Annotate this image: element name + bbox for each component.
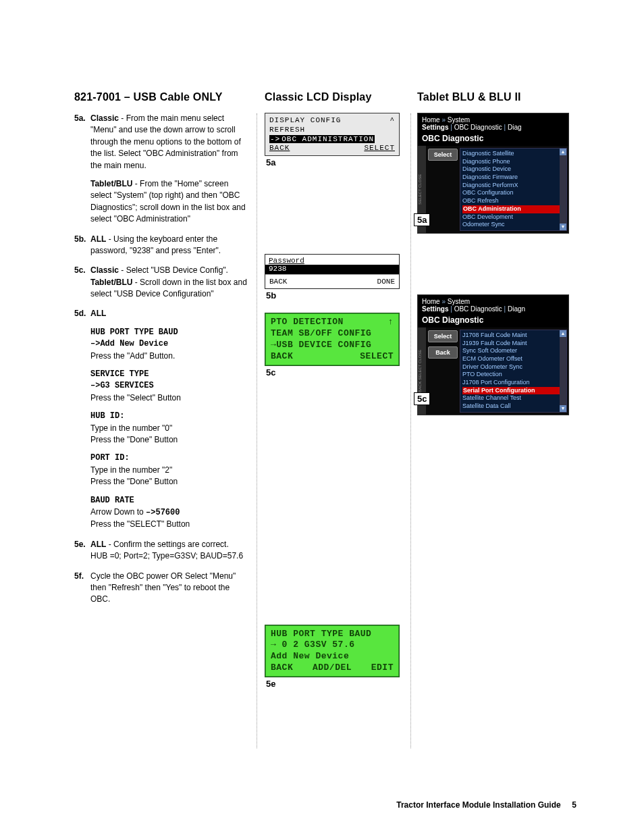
select-button[interactable]: Select (428, 149, 458, 161)
column-divider-1 (257, 113, 257, 748)
classic-lcd-column: Classic LCD Display DISPLAY CONFIG^ REFR… (265, 91, 400, 701)
caption-5e: 5e (266, 679, 400, 689)
diagnostic-list-5c[interactable]: J1708 Fault Code MaintJ1939 Fault Code M… (460, 330, 566, 412)
lcd-5a: DISPLAY CONFIG^ REFRESH ->OBC ADMINISTRA… (265, 113, 400, 156)
step-5b: 5b. ALL - Using the keyboard enter the p… (74, 234, 247, 257)
lcd-5e: HUB PORT TYPE BAUD → 0 2 G3SV 57.6 Add N… (265, 625, 400, 678)
scroll-up-icon[interactable]: ▲ (560, 330, 566, 337)
callout-5c: 5c (414, 392, 430, 405)
arrow-up-icon: ↑ (388, 317, 394, 328)
tablet-shot-5c: Home » System Settings | OBC Diagnostic … (417, 294, 569, 415)
scrollbar[interactable]: ▲ ▼ (560, 330, 566, 412)
page-footer: Tractor Interface Module Installation Gu… (396, 800, 576, 810)
tablet-shot-5a: Home » System Settings | OBC Diagnostic … (417, 113, 569, 234)
step-5a: 5a. Classic - From the main menu select … (74, 113, 247, 226)
scroll-down-icon[interactable]: ▼ (560, 224, 566, 230)
select-button[interactable]: Select (428, 330, 458, 342)
scrollbar[interactable]: ▲ ▼ (560, 149, 566, 230)
step-5f: 5f. Cycle the OBC power OR Select "Menu"… (74, 571, 247, 606)
caption-5b: 5b (266, 290, 400, 301)
step-5c: 5c. Classic - Select "USB Device Config"… (74, 265, 247, 300)
column-divider-2 (410, 113, 411, 748)
right-title: Tablet BLU & BLU II (417, 91, 569, 103)
step-5e: 5e. ALL - Confirm the settings are corre… (74, 539, 247, 563)
left-title: 821-7001 – USB Cable ONLY (74, 91, 247, 103)
lcd-5b: Password 9238 BACKDONE (265, 254, 400, 289)
caption-5a: 5a (266, 157, 400, 167)
back-button[interactable]: Back (428, 346, 458, 359)
mid-title: Classic LCD Display (265, 91, 400, 103)
scroll-up-icon[interactable]: ▲ (560, 149, 566, 155)
instructions-column: 821-7001 – USB Cable ONLY 5a. Classic - … (74, 91, 247, 701)
callout-5a: 5a (414, 213, 430, 226)
lcd-5c: PTO DETECTION↑ TEAM SB/OFF CONFIG →USB D… (265, 313, 400, 366)
scroll-down-icon[interactable]: ▼ (560, 405, 566, 412)
step-5d: 5d. ALL HUB PORT TYPE BAUD –>Add New Dev… (74, 308, 247, 530)
diagnostic-list-5a[interactable]: Diagnostic SatelliteDiagnostic PhoneDiag… (460, 149, 566, 230)
caret-up-icon: ^ (390, 116, 395, 126)
caption-5c: 5c (266, 367, 400, 377)
tablet-column: Tablet BLU & BLU II Home » System Settin… (417, 91, 569, 701)
